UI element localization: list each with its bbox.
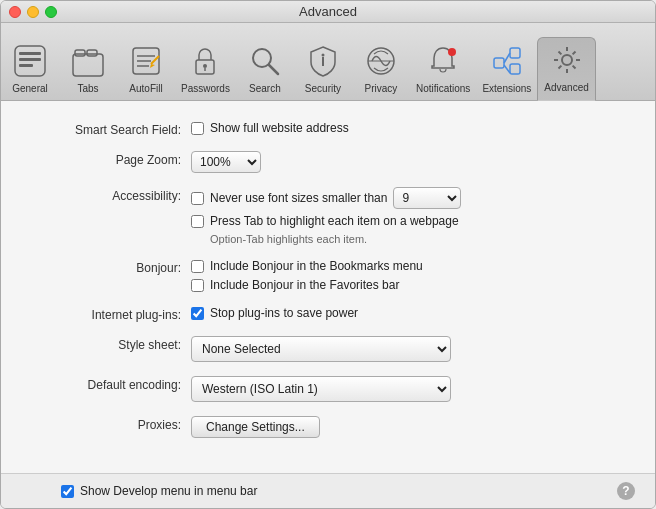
default-encoding-select[interactable]: Western (ISO Latin 1) UTF-8 bbox=[191, 376, 451, 402]
bonjour-bookmarks-row: Include Bonjour in the Bookmarks menu bbox=[191, 259, 423, 273]
smart-search-checkbox[interactable] bbox=[191, 122, 204, 135]
internet-plugins-checkbox-label: Stop plug-ins to save power bbox=[210, 306, 358, 320]
smart-search-label: Smart Search Field: bbox=[31, 121, 191, 137]
accessibility-font-label: Never use font sizes smaller than bbox=[210, 191, 387, 205]
privacy-icon bbox=[363, 43, 399, 79]
page-zoom-row: Page Zoom: 100% 75% 85% 115% 125% 150% bbox=[31, 151, 625, 173]
accessibility-font-row: Never use font sizes smaller than 9 10 1… bbox=[191, 187, 461, 209]
bonjour-favorites-checkbox[interactable] bbox=[191, 279, 204, 292]
tab-autofill-label: AutoFill bbox=[129, 83, 162, 94]
style-sheet-select[interactable]: None Selected bbox=[191, 336, 451, 362]
extensions-icon bbox=[489, 43, 525, 79]
proxies-row: Proxies: Change Settings... bbox=[31, 416, 625, 438]
tab-extensions[interactable]: Extensions bbox=[476, 39, 537, 100]
toolbar: General Tabs bbox=[1, 23, 655, 101]
accessibility-font-checkbox[interactable] bbox=[191, 192, 204, 205]
default-encoding-row: Default encoding: Western (ISO Latin 1) … bbox=[31, 376, 625, 402]
tab-privacy-label: Privacy bbox=[365, 83, 398, 94]
search-icon bbox=[247, 43, 283, 79]
bonjour-label: Bonjour: bbox=[31, 259, 191, 275]
svg-rect-4 bbox=[73, 54, 103, 76]
accessibility-controls: Never use font sizes smaller than 9 10 1… bbox=[191, 187, 461, 245]
svg-line-32 bbox=[558, 66, 561, 69]
font-size-select[interactable]: 9 10 11 12 bbox=[393, 187, 461, 209]
tab-tabs-label: Tabs bbox=[77, 83, 98, 94]
svg-line-30 bbox=[572, 66, 575, 69]
tab-security[interactable]: Security bbox=[294, 39, 352, 100]
tab-passwords[interactable]: Passwords bbox=[175, 39, 236, 100]
develop-menu-row: Show Develop menu in menu bar bbox=[61, 484, 257, 498]
smart-search-checkbox-row: Show full website address bbox=[191, 121, 349, 135]
content-area: Smart Search Field: Show full website ad… bbox=[1, 101, 655, 473]
style-sheet-row: Style sheet: None Selected bbox=[31, 336, 625, 362]
tab-privacy[interactable]: Privacy bbox=[352, 39, 410, 100]
bottom-bar: Show Develop menu in menu bar ? bbox=[1, 473, 655, 508]
window-title: Advanced bbox=[299, 4, 357, 19]
svg-line-15 bbox=[269, 65, 278, 74]
svg-rect-21 bbox=[494, 58, 504, 68]
notifications-icon bbox=[425, 43, 461, 79]
accessibility-tab-checkbox[interactable] bbox=[191, 215, 204, 228]
svg-point-12 bbox=[203, 64, 207, 68]
proxies-label: Proxies: bbox=[31, 416, 191, 432]
help-icon[interactable]: ? bbox=[617, 482, 635, 500]
svg-rect-3 bbox=[19, 64, 33, 67]
close-button[interactable] bbox=[9, 6, 21, 18]
svg-line-31 bbox=[572, 52, 575, 55]
svg-point-17 bbox=[321, 54, 324, 57]
svg-rect-5 bbox=[75, 50, 85, 56]
maximize-button[interactable] bbox=[45, 6, 57, 18]
svg-rect-22 bbox=[510, 48, 520, 58]
accessibility-tab-label: Press Tab to highlight each item on a we… bbox=[210, 214, 459, 228]
tab-notifications[interactable]: Notifications bbox=[410, 39, 476, 100]
style-sheet-controls: None Selected bbox=[191, 336, 451, 362]
bonjour-favorites-label: Include Bonjour in the Favorites bar bbox=[210, 278, 399, 292]
tab-tabs[interactable]: Tabs bbox=[59, 39, 117, 100]
default-encoding-controls: Western (ISO Latin 1) UTF-8 bbox=[191, 376, 451, 402]
smart-search-controls: Show full website address bbox=[191, 121, 349, 135]
traffic-lights bbox=[9, 6, 57, 18]
tab-autofill[interactable]: AutoFill bbox=[117, 39, 175, 100]
tab-security-label: Security bbox=[305, 83, 341, 94]
security-icon bbox=[305, 43, 341, 79]
svg-line-29 bbox=[558, 52, 561, 55]
change-settings-button[interactable]: Change Settings... bbox=[191, 416, 320, 438]
page-zoom-select[interactable]: 100% 75% 85% 115% 125% 150% bbox=[191, 151, 261, 173]
tab-search[interactable]: Search bbox=[236, 39, 294, 100]
tab-advanced-label: Advanced bbox=[544, 82, 588, 93]
svg-rect-23 bbox=[510, 64, 520, 74]
tab-search-label: Search bbox=[249, 83, 281, 94]
smart-search-checkbox-label: Show full website address bbox=[210, 121, 349, 135]
develop-menu-label: Show Develop menu in menu bar bbox=[80, 484, 257, 498]
tab-general[interactable]: General bbox=[1, 39, 59, 100]
autofill-icon bbox=[128, 43, 164, 79]
default-encoding-label: Default encoding: bbox=[31, 376, 191, 392]
tab-passwords-label: Passwords bbox=[181, 83, 230, 94]
smart-search-row: Smart Search Field: Show full website ad… bbox=[31, 121, 625, 137]
page-zoom-controls: 100% 75% 85% 115% 125% 150% bbox=[191, 151, 261, 173]
bonjour-row: Bonjour: Include Bonjour in the Bookmark… bbox=[31, 259, 625, 292]
accessibility-label: Accessibility: bbox=[31, 187, 191, 203]
general-icon bbox=[12, 43, 48, 79]
internet-plugins-checkbox[interactable] bbox=[191, 307, 204, 320]
minimize-button[interactable] bbox=[27, 6, 39, 18]
page-zoom-label: Page Zoom: bbox=[31, 151, 191, 167]
tab-advanced[interactable]: Advanced bbox=[537, 37, 595, 101]
develop-menu-checkbox[interactable] bbox=[61, 485, 74, 498]
accessibility-row: Accessibility: Never use font sizes smal… bbox=[31, 187, 625, 245]
internet-plugins-checkbox-row: Stop plug-ins to save power bbox=[191, 306, 358, 320]
bonjour-favorites-row: Include Bonjour in the Favorites bar bbox=[191, 278, 423, 292]
svg-rect-1 bbox=[19, 52, 41, 55]
tabs-icon bbox=[70, 43, 106, 79]
passwords-icon bbox=[187, 43, 223, 79]
internet-plugins-label: Internet plug-ins: bbox=[31, 306, 191, 322]
bonjour-bookmarks-checkbox[interactable] bbox=[191, 260, 204, 273]
internet-plugins-row: Internet plug-ins: Stop plug-ins to save… bbox=[31, 306, 625, 322]
title-bar: Advanced bbox=[1, 1, 655, 23]
proxies-controls: Change Settings... bbox=[191, 416, 320, 438]
advanced-icon bbox=[549, 42, 585, 78]
internet-plugins-controls: Stop plug-ins to save power bbox=[191, 306, 358, 320]
svg-rect-6 bbox=[87, 50, 97, 56]
svg-point-20 bbox=[448, 48, 456, 56]
accessibility-hint: Option-Tab highlights each item. bbox=[210, 233, 461, 245]
